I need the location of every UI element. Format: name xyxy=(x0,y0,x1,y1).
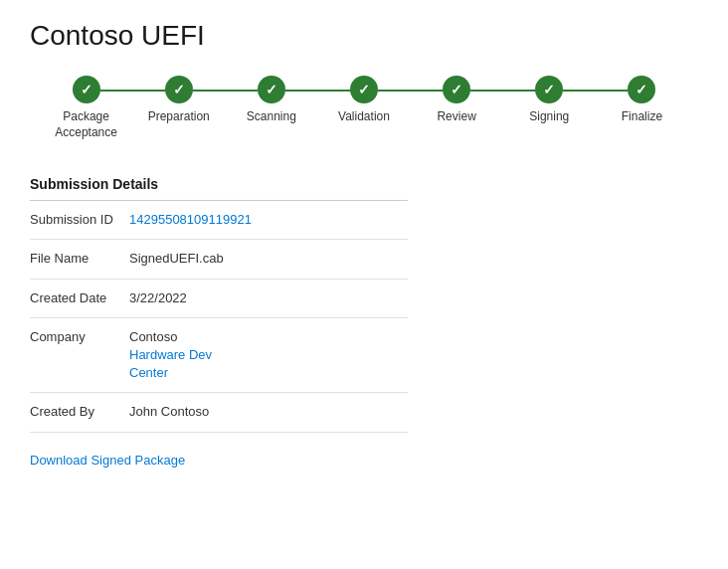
step-check-scanning xyxy=(266,82,277,97)
step-connector-scanning xyxy=(285,90,350,92)
download-signed-package-link[interactable]: Download Signed Package xyxy=(30,447,185,474)
step-connector-review xyxy=(470,90,535,92)
detail-value: 3/22/2022 xyxy=(129,289,408,307)
step-finalize: Finalize xyxy=(596,76,688,125)
detail-value: John Contoso xyxy=(129,403,408,421)
step-circle-finalize xyxy=(628,76,655,103)
detail-label: Company xyxy=(30,328,129,383)
step-check-preparation xyxy=(173,82,185,97)
step-package-acceptance: Package Acceptance xyxy=(40,76,132,140)
step-signing: Signing xyxy=(503,76,596,125)
detail-value[interactable]: 14295508109119921 xyxy=(129,211,408,229)
step-review: Review xyxy=(411,76,503,125)
step-connector-validation xyxy=(378,90,443,92)
detail-label: File Name xyxy=(30,250,129,268)
step-label-scanning: Scanning xyxy=(247,109,296,125)
section-title: Submission Details xyxy=(30,176,408,192)
detail-row: CompanyContosoHardware DevCenter xyxy=(30,318,408,394)
step-connector-package-acceptance xyxy=(100,90,165,92)
step-check-package-acceptance xyxy=(81,82,92,97)
page-title: Contoso UEFI xyxy=(30,20,698,52)
step-circle-preparation xyxy=(165,76,193,103)
detail-row: Created ByJohn Contoso xyxy=(30,393,408,432)
step-check-finalize xyxy=(636,82,647,97)
company-link-line2[interactable]: Hardware Dev xyxy=(129,346,408,364)
company-link-line3[interactable]: Center xyxy=(129,364,408,382)
step-connector-signing xyxy=(563,90,628,92)
step-label-review: Review xyxy=(437,109,475,125)
detail-row: File NameSignedUEFI.cab xyxy=(30,240,408,279)
step-check-signing xyxy=(543,82,555,97)
detail-label: Created Date xyxy=(30,289,129,307)
step-circle-signing xyxy=(535,76,563,103)
detail-row: Submission ID14295508109119921 xyxy=(30,201,408,240)
detail-label: Created By xyxy=(30,403,129,421)
step-circle-scanning xyxy=(258,76,285,103)
submission-details: Submission Details Submission ID14295508… xyxy=(30,176,408,473)
step-validation: Validation xyxy=(317,76,410,125)
step-circle-review xyxy=(443,76,470,103)
progress-steps: Package AcceptancePreparationScanningVal… xyxy=(30,76,698,140)
step-check-validation xyxy=(358,82,370,97)
step-connector-preparation xyxy=(193,90,258,92)
step-label-preparation: Preparation xyxy=(148,109,210,125)
step-label-finalize: Finalize xyxy=(622,109,662,125)
step-label-signing: Signing xyxy=(529,109,569,125)
detail-rows-container: Submission ID14295508109119921File NameS… xyxy=(30,201,408,432)
step-circle-validation xyxy=(350,76,378,103)
detail-row: Created Date3/22/2022 xyxy=(30,280,408,318)
detail-value: SignedUEFI.cab xyxy=(129,250,408,268)
company-name: Contoso xyxy=(129,328,408,346)
detail-value: ContosoHardware DevCenter xyxy=(129,328,408,383)
step-label-package-acceptance: Package Acceptance xyxy=(52,109,121,140)
step-preparation: Preparation xyxy=(132,76,225,125)
detail-label: Submission ID xyxy=(30,211,129,229)
step-check-review xyxy=(451,82,462,97)
step-label-validation: Validation xyxy=(338,109,390,125)
step-circle-package-acceptance xyxy=(73,76,100,103)
step-scanning: Scanning xyxy=(225,76,317,125)
